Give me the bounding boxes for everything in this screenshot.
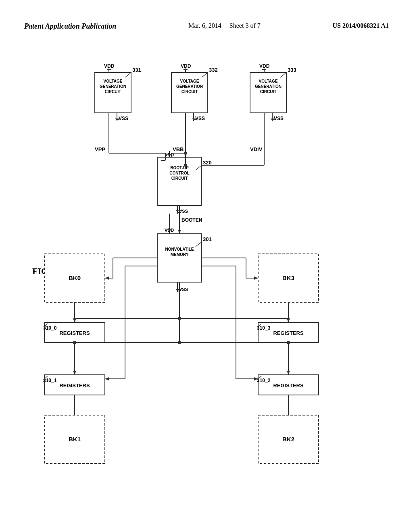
svg-marker-137 bbox=[105, 377, 109, 380]
svg-text:BK2: BK2 bbox=[282, 436, 294, 443]
svg-text:VPP: VPP bbox=[95, 146, 105, 152]
svg-text:331: 331 bbox=[132, 67, 141, 73]
svg-text:VOLTAGE: VOLTAGE bbox=[104, 79, 123, 83]
svg-text:NONVOLATILE: NONVOLATILE bbox=[165, 247, 194, 251]
svg-text:VOLTAGE: VOLTAGE bbox=[259, 79, 278, 83]
svg-text:MEMORY: MEMORY bbox=[171, 252, 189, 257]
svg-point-120 bbox=[73, 341, 76, 344]
svg-marker-133 bbox=[105, 276, 109, 280]
svg-text:REGISTERS: REGISTERS bbox=[273, 382, 303, 389]
svg-text:VBB: VBB bbox=[173, 146, 184, 152]
svg-marker-84 bbox=[178, 230, 181, 234]
svg-text:VDD: VDD bbox=[181, 63, 191, 69]
svg-text:GENERATION: GENERATION bbox=[176, 84, 203, 89]
svg-point-121 bbox=[287, 341, 290, 344]
svg-text:REGISTERS: REGISTERS bbox=[59, 382, 90, 389]
svg-rect-70 bbox=[157, 234, 202, 282]
svg-text:CIRCUIT: CIRCUIT bbox=[260, 89, 277, 94]
svg-marker-116 bbox=[73, 371, 76, 375]
svg-text:BK3: BK3 bbox=[282, 274, 294, 281]
svg-text:320: 320 bbox=[203, 160, 212, 166]
svg-text:BK0: BK0 bbox=[69, 274, 81, 281]
svg-text:BOOTEN: BOOTEN bbox=[181, 217, 202, 223]
svg-text:CONTROL: CONTROL bbox=[169, 171, 189, 175]
svg-rect-45 bbox=[157, 157, 202, 206]
svg-marker-118 bbox=[287, 371, 290, 375]
svg-text:VDIV: VDIV bbox=[250, 146, 263, 152]
svg-text:GENERATION: GENERATION bbox=[255, 84, 282, 89]
svg-text:VOLTAGE: VOLTAGE bbox=[180, 79, 199, 83]
sheet: Sheet 3 of 7 bbox=[229, 22, 261, 29]
patent-number: US 2014/0068321 A1 bbox=[332, 22, 389, 29]
svg-text:REGISTERS: REGISTERS bbox=[273, 330, 303, 336]
svg-text:CIRCUIT: CIRCUIT bbox=[181, 89, 198, 94]
svg-text:VDD: VDD bbox=[104, 63, 115, 69]
header-center: Mar. 6, 2014 Sheet 3 of 7 bbox=[188, 22, 261, 29]
svg-text:GENERATION: GENERATION bbox=[100, 84, 126, 89]
svg-point-123 bbox=[178, 341, 181, 344]
date: Mar. 6, 2014 bbox=[188, 22, 221, 29]
svg-marker-141 bbox=[254, 276, 258, 280]
svg-text:332: 332 bbox=[209, 67, 218, 73]
svg-point-61 bbox=[184, 152, 187, 155]
svg-text:REGISTERS: REGISTERS bbox=[59, 330, 90, 336]
svg-text:BK1: BK1 bbox=[69, 436, 81, 443]
svg-text:301: 301 bbox=[203, 236, 212, 242]
svg-text:VDD: VDD bbox=[259, 63, 270, 69]
page: Patent Application Publication Mar. 6, 2… bbox=[0, 0, 413, 532]
svg-text:CIRCUIT: CIRCUIT bbox=[105, 89, 121, 94]
svg-text:CIRCUIT: CIRCUIT bbox=[171, 176, 188, 181]
circuit-diagram: VOLTAGE GENERATION CIRCUIT 331 VDD VSS V… bbox=[32, 60, 383, 488]
header: Patent Application Publication Mar. 6, 2… bbox=[0, 22, 413, 31]
svg-text:333: 333 bbox=[288, 67, 296, 73]
publication-title: Patent Application Publication bbox=[24, 22, 116, 31]
